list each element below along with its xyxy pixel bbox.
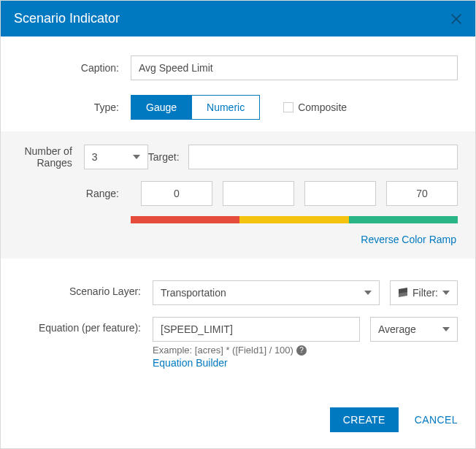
chevron-down-icon bbox=[133, 155, 140, 159]
range-row: Range: bbox=[7, 181, 458, 206]
equation-example-row: Example: [acres] * ([Field1] / 100) ? bbox=[153, 345, 360, 356]
chevron-down-icon bbox=[364, 291, 372, 295]
composite-checkbox[interactable] bbox=[283, 102, 293, 112]
caption-input[interactable] bbox=[131, 55, 458, 80]
filter-label: Filter: bbox=[412, 287, 438, 299]
ranges-top-row: Number of Ranges 3 Target: bbox=[7, 145, 458, 169]
chevron-down-icon bbox=[442, 327, 450, 331]
equation-example: Example: [acres] * ([Field1] / 100) bbox=[153, 345, 293, 356]
range-input-2[interactable] bbox=[304, 181, 376, 206]
type-numeric-button[interactable]: Numeric bbox=[191, 96, 259, 119]
help-icon[interactable]: ? bbox=[296, 345, 307, 356]
caption-row: Caption: bbox=[1, 48, 475, 88]
equation-builder-link[interactable]: Equation Builder bbox=[153, 357, 360, 369]
lower-block: Scenario Layer: Transportation Filter: E… bbox=[1, 258, 475, 369]
scenario-layer-row: Scenario Layer: Transportation Filter: bbox=[7, 280, 458, 305]
chevron-down-icon bbox=[442, 291, 450, 295]
equation-input[interactable] bbox=[153, 317, 360, 342]
create-button[interactable]: CREATE bbox=[330, 407, 399, 432]
caption-label: Caption: bbox=[7, 62, 131, 74]
equation-label: Equation (per feature): bbox=[7, 317, 153, 334]
dialog-title: Scenario Indicator bbox=[14, 11, 120, 26]
target-label: Target: bbox=[148, 151, 180, 163]
dialog-header: Scenario Indicator bbox=[1, 1, 475, 37]
type-gauge-button[interactable]: Gauge bbox=[131, 96, 191, 119]
scenario-layer-select[interactable]: Transportation bbox=[153, 280, 380, 305]
close-icon[interactable] bbox=[450, 13, 462, 25]
range-input-3[interactable] bbox=[386, 181, 458, 206]
type-toggle: Gauge Numeric bbox=[131, 95, 260, 120]
aggregate-select[interactable]: Average bbox=[370, 317, 458, 342]
color-ramp bbox=[131, 216, 458, 223]
scenario-layer-label: Scenario Layer: bbox=[7, 280, 153, 297]
ramp-segment-red bbox=[131, 216, 239, 223]
layers-icon bbox=[398, 288, 408, 297]
range-input-0[interactable] bbox=[141, 181, 212, 206]
ranges-panel: Number of Ranges 3 Target: Range: bbox=[1, 131, 475, 258]
num-ranges-label: Number of Ranges bbox=[7, 145, 84, 169]
num-ranges-value: 3 bbox=[92, 151, 98, 163]
dialog-body: Caption: Type: Gauge Numeric Composite bbox=[1, 37, 475, 394]
scenario-indicator-dialog: Scenario Indicator Caption: Type: Gauge … bbox=[0, 0, 476, 449]
range-label: Range: bbox=[7, 188, 131, 199]
cancel-button[interactable]: CANCEL bbox=[415, 414, 458, 426]
range-input-1[interactable] bbox=[223, 181, 294, 206]
target-input[interactable] bbox=[188, 145, 458, 169]
aggregate-value: Average bbox=[378, 323, 416, 335]
type-row: Type: Gauge Numeric Composite bbox=[1, 88, 475, 127]
num-ranges-select[interactable]: 3 bbox=[84, 145, 148, 169]
ramp-segment-green bbox=[349, 216, 458, 223]
composite-label: Composite bbox=[298, 101, 347, 113]
composite-checkbox-wrap[interactable]: Composite bbox=[283, 101, 347, 113]
scenario-layer-value: Transportation bbox=[161, 287, 226, 299]
type-label: Type: bbox=[7, 101, 131, 113]
dialog-footer: CREATE CANCEL bbox=[1, 394, 475, 448]
reverse-color-ramp-link[interactable]: Reverse Color Ramp bbox=[7, 234, 458, 245]
equation-row: Equation (per feature): Example: [acres]… bbox=[7, 317, 458, 369]
ramp-segment-yellow bbox=[239, 216, 348, 223]
filter-button[interactable]: Filter: bbox=[390, 280, 458, 305]
